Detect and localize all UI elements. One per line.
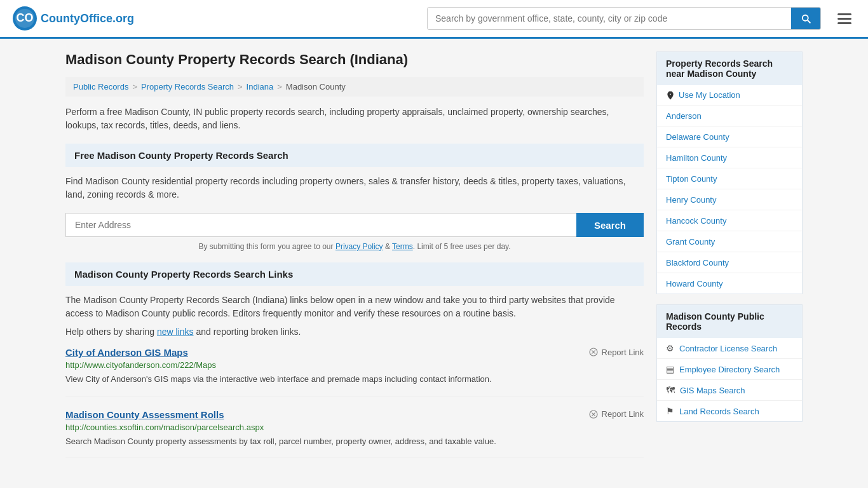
global-search-button[interactable] — [791, 8, 820, 29]
resource-item: Madison County Assessment Rolls Report L… — [65, 409, 644, 459]
nearby-use-my-location[interactable]: Use My Location — [657, 85, 802, 105]
site-header: CO CountyOffice.org — [0, 0, 868, 39]
breadcrumb-indiana[interactable]: Indiana — [247, 82, 274, 92]
hamburger-menu-button[interactable] — [834, 10, 855, 28]
breadcrumb-property-records-search[interactable]: Property Records Search — [141, 82, 234, 92]
logo-text: CountyOffice.org — [41, 12, 134, 25]
sidebar: Property Records Search near Madison Cou… — [656, 51, 803, 471]
terms-link[interactable]: Terms — [392, 242, 413, 251]
nearby-howard-county[interactable]: Howard County — [657, 273, 802, 294]
nearby-hancock-county[interactable]: Hancock County — [657, 210, 802, 231]
global-search-bar — [427, 7, 821, 30]
form-disclaimer: By submitting this form you agree to our… — [65, 242, 644, 251]
nearby-grant-county[interactable]: Grant County — [657, 231, 802, 252]
public-records-heading: Madison County Public Records — [657, 305, 802, 338]
resource-title-link[interactable]: Madison County Assessment Rolls — [65, 409, 224, 420]
breadcrumb: Public Records > Property Records Search… — [65, 77, 644, 97]
address-search-button[interactable]: Search — [576, 213, 644, 237]
breadcrumb-sep: > — [132, 82, 137, 92]
breadcrumb-public-records[interactable]: Public Records — [73, 82, 128, 92]
nearby-delaware-county[interactable]: Delaware County — [657, 126, 802, 147]
hamburger-line — [837, 13, 851, 15]
breadcrumb-sep: > — [238, 82, 243, 92]
nearby-list: Use My Location Anderson Delaware County… — [657, 85, 802, 294]
resource-url: http://www.cityofanderson.com/222/Maps — [65, 360, 644, 370]
page-description: Perform a free Madison County, IN public… — [65, 105, 644, 132]
links-description: The Madison County Property Records Sear… — [65, 294, 644, 320]
resource-title-link[interactable]: City of Anderson GIS Maps — [65, 347, 188, 358]
free-search-heading: Free Madison County Property Records Sea… — [65, 144, 644, 167]
global-search-input[interactable] — [428, 8, 791, 29]
public-contractor-license[interactable]: ⚙ Contractor License Search — [657, 338, 802, 359]
nearby-heading: Property Records Search near Madison Cou… — [657, 52, 802, 85]
logo-link[interactable]: CO CountyOffice.org — [13, 6, 134, 30]
nearby-section: Property Records Search near Madison Cou… — [656, 51, 803, 294]
page-container: Madison County Property Records Search (… — [53, 39, 815, 484]
public-gis-maps[interactable]: 🗺 GIS Maps Search — [657, 380, 802, 401]
nearby-hamilton-county[interactable]: Hamilton County — [657, 147, 802, 168]
svg-text:CO: CO — [17, 11, 34, 24]
public-land-records[interactable]: ⚑ Land Records Search — [657, 401, 802, 421]
free-search-description: Find Madison County residential property… — [65, 175, 644, 201]
address-search-input[interactable] — [65, 213, 576, 237]
privacy-policy-link[interactable]: Privacy Policy — [336, 242, 383, 251]
resource-item-header: City of Anderson GIS Maps Report Link — [65, 347, 644, 358]
report-icon — [588, 347, 599, 357]
hamburger-line — [837, 18, 851, 20]
use-my-location-link[interactable]: Use My Location — [679, 90, 740, 100]
map-icon: 🗺 — [666, 385, 675, 395]
resource-item-header: Madison County Assessment Rolls Report L… — [65, 409, 644, 420]
nearby-tipton-county[interactable]: Tipton County — [657, 168, 802, 189]
public-records-section: Madison County Public Records ⚙ Contract… — [656, 304, 803, 422]
page-title: Madison County Property Records Search (… — [65, 51, 644, 68]
address-search-bar: Search — [65, 213, 644, 237]
public-records-list: ⚙ Contractor License Search ▤ Employee D… — [657, 338, 802, 421]
resource-url: http://counties.xsoftin.com/madison/parc… — [65, 423, 644, 432]
resource-item: City of Anderson GIS Maps Report Link ht… — [65, 347, 644, 396]
report-link[interactable]: Report Link — [588, 347, 644, 357]
location-pin-icon — [666, 91, 675, 100]
gear-icon: ⚙ — [666, 343, 674, 353]
nearby-blackford-county[interactable]: Blackford County — [657, 252, 802, 273]
land-icon: ⚑ — [666, 406, 674, 416]
directory-icon: ▤ — [666, 364, 674, 374]
report-icon — [588, 409, 599, 419]
main-content: Madison County Property Records Search (… — [65, 51, 644, 471]
hamburger-line — [837, 22, 851, 24]
resource-description: Search Madison County property assessmen… — [65, 435, 644, 448]
resource-list: City of Anderson GIS Maps Report Link ht… — [65, 347, 644, 458]
public-employee-directory[interactable]: ▤ Employee Directory Search — [657, 359, 802, 380]
resource-description: View City of Anderson's GIS maps via the… — [65, 373, 644, 386]
nearby-henry-county[interactable]: Henry County — [657, 189, 802, 210]
links-section-heading: Madison County Property Records Search L… — [65, 262, 644, 286]
report-link[interactable]: Report Link — [588, 409, 644, 419]
breadcrumb-current: Madison County — [286, 82, 346, 92]
new-links-link[interactable]: new links — [157, 327, 194, 337]
share-text: Help others by sharing new links and rep… — [65, 327, 644, 337]
logo-icon: CO — [13, 6, 37, 30]
breadcrumb-sep: > — [277, 82, 282, 92]
search-icon — [800, 13, 811, 24]
nearby-anderson[interactable]: Anderson — [657, 105, 802, 126]
